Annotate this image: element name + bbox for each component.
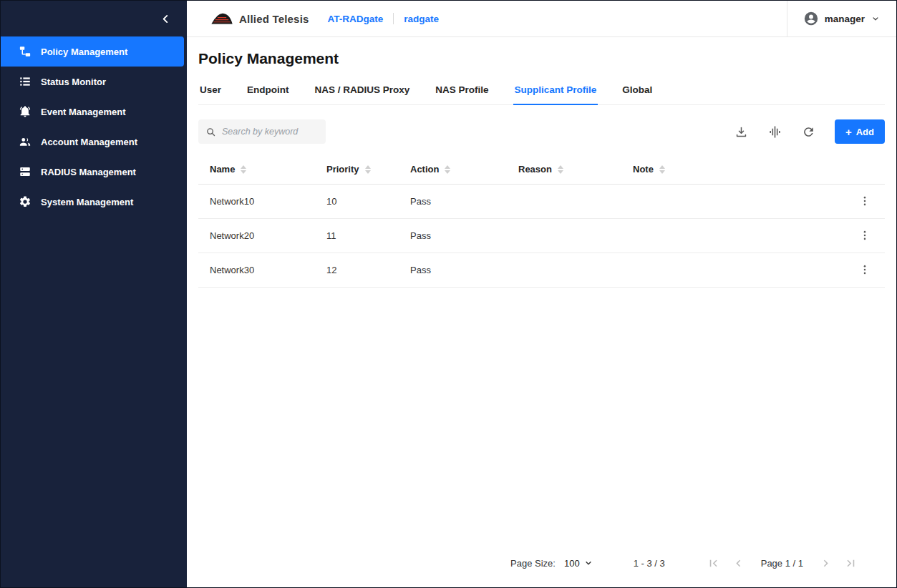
sidebar: Policy Management Status Monitor Event M… — [1, 1, 187, 587]
sidebar-item-event-management[interactable]: Event Management — [1, 97, 187, 127]
sidebar-item-label: Status Monitor — [41, 77, 106, 87]
brand-triangle-icon — [210, 11, 234, 26]
sidebar-item-policy-management[interactable]: Policy Management — [1, 36, 184, 67]
app-window: Policy Management Status Monitor Event M… — [0, 0, 897, 588]
cell-priority: 10 — [315, 184, 399, 218]
add-button[interactable]: + Add — [835, 119, 885, 144]
row-menu-kebab-icon[interactable] — [856, 261, 873, 278]
main-area: Allied Telesis AT-RADgate radgate manage… — [187, 1, 896, 587]
page-size-control: Page Size: 100 — [510, 558, 593, 569]
sidebar-item-status-monitor[interactable]: Status Monitor — [1, 67, 187, 97]
product-link[interactable]: AT-RADgate — [328, 14, 384, 24]
search-box — [198, 119, 326, 144]
device-link[interactable]: radgate — [404, 14, 439, 24]
cell-reason — [507, 184, 621, 218]
server-icon — [18, 165, 32, 179]
sidebar-item-label: RADIUS Management — [41, 167, 136, 177]
sidebar-item-account-management[interactable]: Account Management — [1, 127, 187, 157]
tab-supplicant-profile[interactable]: Supplicant Profile — [513, 79, 598, 105]
cell-name: Network30 — [198, 253, 315, 287]
sort-icon[interactable] — [659, 165, 665, 174]
table-row: Network10 10 Pass — [198, 184, 885, 218]
search-icon — [205, 127, 216, 137]
cell-action: Pass — [399, 253, 507, 287]
cell-action: Pass — [399, 218, 507, 253]
cell-name: Network10 — [198, 184, 315, 218]
column-header-actions — [845, 155, 885, 184]
pager: Page 1 / 1 — [705, 554, 859, 572]
sort-icon[interactable] — [558, 165, 563, 174]
user-name: manager — [825, 14, 865, 24]
table-header-row: Name Priority Action Reason — [198, 155, 885, 184]
topbar-divider — [393, 13, 394, 24]
sidebar-item-label: Policy Management — [41, 46, 127, 57]
column-header-reason: Reason — [507, 155, 621, 184]
sort-icon[interactable] — [365, 165, 371, 174]
bell-icon — [18, 104, 32, 119]
prev-page-icon[interactable] — [730, 554, 747, 572]
sort-icon[interactable] — [241, 165, 246, 174]
cell-action: Pass — [399, 184, 507, 218]
chevron-down-icon — [583, 558, 593, 568]
search-input[interactable] — [222, 127, 319, 137]
last-page-icon[interactable] — [842, 554, 859, 572]
supplicant-profile-table: Name Priority Action Reason — [198, 155, 885, 288]
cell-name: Network20 — [198, 218, 315, 253]
user-avatar-icon — [803, 11, 819, 26]
sidebar-item-label: System Management — [41, 197, 133, 207]
column-header-note: Note — [621, 155, 845, 184]
sidebar-item-system-management[interactable]: System Management — [1, 187, 187, 217]
allied-telesis-logo: Allied Telesis — [210, 11, 309, 26]
cell-note — [621, 253, 845, 287]
tab-user[interactable]: User — [198, 79, 223, 105]
row-menu-kebab-icon[interactable] — [856, 192, 873, 210]
download-icon[interactable] — [734, 124, 750, 139]
page-indicator: Page 1 / 1 — [761, 558, 803, 569]
row-menu-kebab-icon[interactable] — [856, 227, 873, 244]
sidebar-collapse-icon[interactable] — [155, 9, 175, 29]
table-row: Network30 12 Pass — [198, 253, 885, 287]
add-button-label: Add — [856, 127, 874, 137]
column-header-priority: Priority — [315, 155, 399, 184]
column-label: Reason — [518, 164, 552, 175]
tab-nas-radius-proxy[interactable]: NAS / RADIUS Proxy — [314, 79, 412, 105]
tab-bar: User Endpoint NAS / RADIUS Proxy NAS Pro… — [198, 79, 885, 105]
sidebar-item-radius-management[interactable]: RADIUS Management — [1, 157, 187, 187]
sidebar-nav: Policy Management Status Monitor Event M… — [1, 36, 187, 217]
page-title: Policy Management — [198, 50, 885, 67]
brand-name: Allied Telesis — [239, 13, 309, 25]
gear-icon — [18, 195, 32, 209]
page-size-value: 100 — [564, 558, 580, 569]
tab-global[interactable]: Global — [621, 79, 654, 105]
tab-nas-profile[interactable]: NAS Profile — [434, 79, 490, 105]
cell-reason — [507, 253, 621, 287]
first-page-icon[interactable] — [705, 554, 722, 572]
refresh-icon[interactable] — [801, 124, 817, 139]
sidebar-item-label: Account Management — [41, 137, 137, 147]
tab-endpoint[interactable]: Endpoint — [246, 79, 290, 105]
toolbar-actions: + Add — [734, 119, 885, 144]
plus-icon: + — [845, 127, 852, 137]
column-label: Name — [210, 164, 235, 175]
column-label: Note — [633, 164, 654, 175]
topbar: Allied Telesis AT-RADgate radgate manage… — [187, 1, 896, 37]
cell-priority: 11 — [315, 218, 399, 253]
sidebar-header — [1, 1, 187, 36]
pagination-footer: Page Size: 100 1 - 3 / 3 Page 1 / 1 — [198, 542, 885, 587]
content: Policy Management User Endpoint NAS / RA… — [187, 37, 896, 587]
cell-note — [621, 184, 845, 218]
sitemap-icon — [18, 44, 32, 59]
people-icon — [18, 134, 32, 149]
list-icon — [18, 74, 32, 89]
column-header-action: Action — [399, 155, 507, 184]
user-menu[interactable]: manager — [787, 1, 896, 36]
sort-icon[interactable] — [445, 165, 450, 174]
page-size-select[interactable]: 100 — [564, 558, 593, 569]
column-settings-icon[interactable] — [767, 124, 783, 139]
table-row: Network20 11 Pass — [198, 218, 885, 253]
toolbar: + Add — [198, 119, 885, 144]
next-page-icon[interactable] — [817, 554, 834, 572]
range-text: 1 - 3 / 3 — [634, 558, 665, 569]
cell-note — [621, 218, 845, 253]
column-header-name: Name — [198, 155, 315, 184]
